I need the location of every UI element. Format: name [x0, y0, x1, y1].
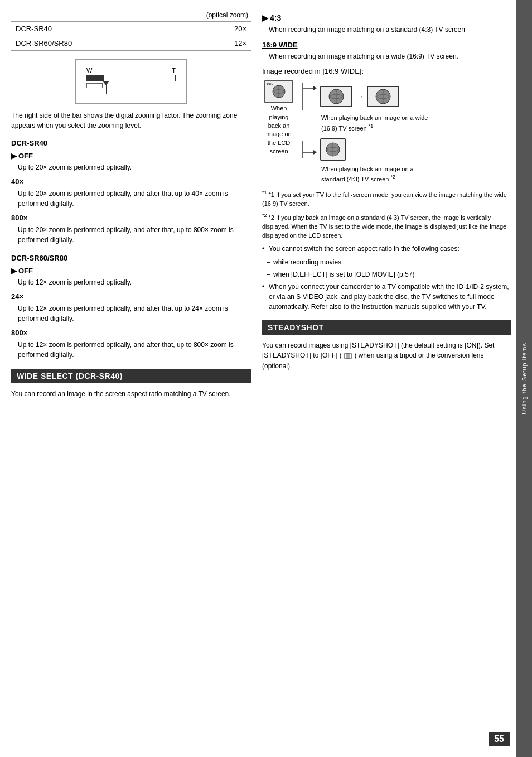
dcr-sr40-800x-header: 800×	[11, 214, 251, 222]
dash-1: while recording movies	[262, 257, 511, 267]
lcd-ball-svg	[269, 84, 289, 99]
branch-line-svg	[300, 83, 317, 110]
steadyshot-icon	[344, 351, 352, 360]
image-recorded-label: Image recorded in [16:9 WIDE]:	[262, 67, 511, 75]
note-2-text: *2 If you play back an image on a standa…	[262, 214, 506, 239]
wide-select-body-text: You can record an image in the screen as…	[11, 389, 251, 399]
table-cell-zoom: 20×	[192, 22, 251, 36]
dcr-sr60sr80-header: DCR-SR60/SR80	[11, 254, 251, 262]
dcr-sr40-off-text: Up to 20× zoom is performed optically.	[18, 162, 251, 173]
table-cell-zoom: 12×	[192, 36, 251, 51]
table-row: DCR-SR60/SR80 12×	[11, 36, 251, 51]
table-row: DCR-SR40 20×	[11, 22, 251, 36]
note-2: *2 *2 If you play back an image on a sta…	[262, 212, 511, 240]
steadyshot-section: STEADYSHOT You can record images using […	[262, 320, 511, 372]
bullet-2: When you connect your camcorder to a TV …	[262, 282, 511, 312]
dcr-sr60sr80-off-header: OFF	[11, 267, 251, 275]
wide-ball-svg-2	[369, 88, 398, 105]
wide-tv-branch: →	[300, 83, 433, 110]
standard-ball-svg	[322, 139, 344, 160]
dcr-sr40-header: DCR-SR40	[11, 139, 251, 147]
zoom-cursor-line	[106, 85, 107, 94]
note-ref-2: *2	[391, 174, 396, 180]
bullet-1: You cannot switch the screen aspect rati…	[262, 244, 511, 254]
dcr-sr40-off-header: OFF	[11, 152, 251, 160]
table-cell-model: DCR-SR60/SR80	[11, 36, 192, 51]
svg-marker-7	[313, 86, 317, 90]
aspect-169-text: When recording an image matching on a wi…	[269, 51, 511, 62]
dash-2-text: when [D.EFFECT] is set to [OLD MOVIE] (p…	[273, 271, 414, 278]
wide-ball-svg-1	[322, 88, 351, 105]
lcd-screen-icon: 16:9	[264, 80, 293, 103]
aspect-43-header: 4:3	[262, 13, 511, 22]
zoom-bar-t-label: T	[172, 67, 176, 74]
zoom-description: The right side of the bar shows the digi…	[11, 110, 251, 131]
playback-section: 16:9 When playing back an image on the L…	[262, 80, 511, 184]
note-superscript-2: *2	[262, 213, 267, 218]
dcr-sr40-40x-text: Up to 20× zoom is performed optically, a…	[18, 189, 251, 209]
dash-2: when [D.EFFECT] is set to [OLD MOVIE] (p…	[262, 269, 511, 279]
flow-arrow-1: →	[355, 91, 364, 102]
aspect-169-header: 16:9 WIDE	[262, 41, 511, 49]
standard-tv-branch	[300, 138, 433, 161]
optical-zoom-label: (optical zoom)	[11, 11, 251, 19]
dcr-sr40-40x-header: 40×	[11, 177, 251, 186]
zoom-bar-label: W T	[86, 67, 176, 74]
left-column: (optical zoom) DCR-SR40 20× DCR-SR60/SR8…	[11, 11, 251, 746]
zoom-diagram: W T	[75, 59, 187, 104]
standard-tv-icon	[320, 138, 346, 161]
lcd-ratio-label: 16:9	[267, 82, 273, 85]
bullet-2-text: When you connect your camcorder to a TV …	[269, 283, 509, 311]
zoom-bracket-svg	[86, 83, 176, 95]
page-container: Using the Setup items (optical zoom) DCR…	[0, 0, 532, 757]
dcr-sr60sr80-24x-header: 24×	[11, 292, 251, 301]
note-ref-1: *1	[369, 123, 374, 129]
wide-tv-diagram: →	[320, 86, 399, 107]
note-1: *1 *1 If you set your TV to the full-scr…	[262, 189, 511, 209]
dcr-sr60sr80-800x-header: 800×	[11, 329, 251, 337]
bullet-1-text: You cannot switch the screen aspect rati…	[269, 245, 460, 253]
svg-marker-14	[313, 150, 317, 155]
dcr-sr40-800x-text: Up to 20× zoom is performed optically, a…	[18, 225, 251, 245]
lcd-row: 16:9 When playing back an image on the L…	[262, 80, 511, 184]
branch-container: →	[300, 83, 433, 184]
branch-line-svg-2	[300, 141, 317, 158]
aspect-43-text: When recording an image matching on a st…	[269, 25, 511, 35]
zoom-bar-w-label: W	[86, 67, 92, 74]
steadyshot-box-header: STEADYSHOT	[262, 320, 511, 335]
wide-tv-icon-1	[320, 86, 352, 107]
lcd-icon-col: 16:9 When playing back an image on the L…	[262, 80, 296, 156]
table-cell-model: DCR-SR40	[11, 22, 192, 36]
dcr-sr60sr80-800x-text: Up to 12× zoom is performed optically, a…	[18, 340, 251, 360]
zoom-bar-cursor	[103, 81, 109, 85]
zoom-bar-filled	[87, 75, 104, 81]
main-content: (optical zoom) DCR-SR40 20× DCR-SR60/SR8…	[0, 0, 516, 757]
wide-select-box-header: WIDE SELECT (DCR-SR40)	[11, 369, 251, 383]
dcr-sr60sr80-24x-text: Up to 12× zoom is performed optically, a…	[18, 303, 251, 324]
dash-1-text: while recording movies	[273, 258, 341, 266]
wide-tv-icon-2	[367, 86, 399, 107]
wide-tv-label: When playing back an image on a wide (16…	[321, 114, 433, 132]
side-tab-text: Using the Setup items	[521, 343, 528, 414]
side-tab: Using the Setup items	[516, 0, 532, 757]
lcd-label: When playing back an image on the LCD sc…	[262, 104, 296, 156]
note-superscript-1: *1	[262, 190, 267, 195]
right-column: 4:3 When recording an image matching on …	[262, 11, 511, 746]
note-1-text: *1 If you set your TV to the full-screen…	[262, 191, 507, 208]
standard-tv-label: When playing back an image on a standard…	[321, 165, 433, 184]
zoom-table: DCR-SR40 20× DCR-SR60/SR80 12×	[11, 21, 251, 51]
zoom-bar-track	[86, 75, 176, 81]
page-number: 55	[489, 732, 510, 746]
steadyshot-body-text: You can record images using [STEADYSHOT]…	[262, 340, 511, 372]
zoom-bar-container: W T	[86, 67, 176, 97]
dcr-sr60sr80-off-text: Up to 12× zoom is performed optically.	[18, 277, 251, 288]
